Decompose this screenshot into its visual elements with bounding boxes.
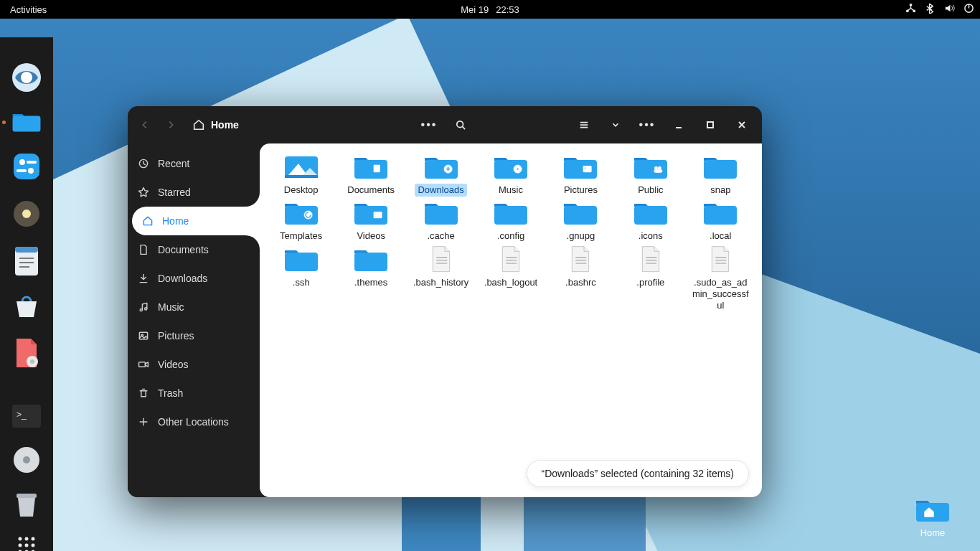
view-dropdown-button[interactable] <box>603 112 628 138</box>
folder-icon <box>423 154 460 181</box>
file-name-label: Videos <box>354 230 388 242</box>
close-button[interactable] <box>729 112 755 138</box>
titlebar[interactable]: Home ••• ••• <box>128 106 762 143</box>
sidebar-item-music[interactable]: Music <box>128 293 260 321</box>
file-name-label: .themes <box>352 276 390 289</box>
folder-config[interactable]: .config <box>478 199 543 242</box>
volume-icon <box>944 3 955 16</box>
dock-terminal[interactable]: >_ <box>9 403 44 429</box>
sidebar-item-label: Documents <box>158 244 209 255</box>
file-name-label: .profile <box>633 276 667 289</box>
file-name-label: .ssh <box>290 276 313 289</box>
folder-icon <box>352 246 390 273</box>
file-bashrc[interactable]: .bashrc <box>548 246 613 313</box>
sidebar-item-videos[interactable]: Videos <box>128 350 260 379</box>
dock-disks[interactable] <box>9 445 44 475</box>
folder-themes[interactable]: .themes <box>338 246 403 313</box>
desktop-home-folder[interactable]: Home <box>911 496 954 538</box>
back-button[interactable] <box>135 115 155 135</box>
sidebar-item-documents[interactable]: Documents <box>128 235 260 264</box>
file-icon <box>492 246 529 273</box>
folder-videos[interactable]: Videos <box>338 199 403 242</box>
sidebar-item-pictures[interactable]: Pictures <box>128 321 260 350</box>
folder-cache[interactable]: .cache <box>408 199 473 242</box>
svg-point-37 <box>19 544 22 547</box>
dock-files[interactable] <box>9 109 44 135</box>
sidebar-item-label: Videos <box>158 359 189 370</box>
maximize-button[interactable] <box>697 112 723 138</box>
breadcrumb-home: Home <box>211 119 239 131</box>
svg-point-32 <box>23 456 30 463</box>
file-name-label: .cache <box>424 230 457 242</box>
path-menu-button[interactable]: ••• <box>416 112 442 138</box>
file-bash-history[interactable]: .bash_history <box>408 246 473 313</box>
forward-button[interactable] <box>161 115 181 135</box>
file-name-label: Downloads <box>415 184 466 197</box>
folder-snap[interactable]: snap <box>688 154 753 197</box>
sidebar: RecentStarredHomeDocumentsDownloadsMusic… <box>128 143 260 497</box>
clock[interactable]: Mei 19 22:53 <box>461 4 519 15</box>
content-area[interactable]: DesktopDocumentsDownloadsMusicPicturesPu… <box>260 143 762 497</box>
sidebar-item-label: Trash <box>158 387 183 399</box>
dock-document[interactable] <box>9 337 44 369</box>
svg-point-54 <box>145 308 147 310</box>
folder-local[interactable]: .local <box>688 199 753 242</box>
svg-point-53 <box>140 309 142 311</box>
hamburger-menu-button[interactable]: ••• <box>634 112 660 138</box>
folder-icon <box>492 199 529 227</box>
folder-public[interactable]: Public <box>618 154 683 197</box>
sidebar-item-label: Other Locations <box>158 416 229 428</box>
dock-text-editor[interactable] <box>9 245 44 277</box>
folder-icon <box>632 154 669 181</box>
svg-rect-62 <box>583 166 591 171</box>
folder-icon <box>702 199 739 227</box>
dock-thunderbird[interactable] <box>9 62 44 93</box>
sidebar-item-label: Home <box>162 215 189 227</box>
dock-software[interactable] <box>9 293 44 321</box>
folder-gnupg[interactable]: .gnupg <box>548 199 613 242</box>
activities-button[interactable]: Activities <box>0 4 57 15</box>
desktop: Home >_ Home ••• <box>0 19 980 551</box>
sidebar-item-trash[interactable]: Trash <box>128 379 260 408</box>
svg-rect-15 <box>14 154 39 179</box>
running-dot <box>2 121 6 124</box>
sidebar-item-home[interactable]: Home <box>132 207 260 235</box>
file-name-label: .bashrc <box>562 276 599 289</box>
folder-documents[interactable]: Documents <box>338 154 403 197</box>
folder-ssh[interactable]: .ssh <box>268 246 334 313</box>
minimize-button[interactable] <box>666 112 692 138</box>
sidebar-item-recent[interactable]: Recent <box>128 149 260 178</box>
pathbar[interactable]: Home <box>192 118 239 131</box>
folder-icon <box>283 246 320 273</box>
search-button[interactable] <box>448 112 473 138</box>
svg-point-18 <box>28 168 34 174</box>
status-bar: “Downloads” selected (containing 32 item… <box>527 460 749 487</box>
folder-icon <box>283 199 320 227</box>
folder-icons[interactable]: .icons <box>618 199 683 242</box>
dock-appearance[interactable] <box>9 198 44 230</box>
folder-icon <box>283 154 320 181</box>
folder-templates[interactable]: Templates <box>268 199 334 242</box>
file-name-label: .icons <box>636 230 666 242</box>
folder-pictures[interactable]: Pictures <box>548 154 613 197</box>
svg-point-34 <box>19 537 22 541</box>
dock: >_ <box>0 37 53 551</box>
folder-music[interactable]: Music <box>478 154 543 197</box>
dock-settings[interactable] <box>9 151 44 182</box>
view-list-button[interactable] <box>571 112 597 138</box>
sidebar-item-downloads[interactable]: Downloads <box>128 264 260 293</box>
svg-point-35 <box>25 537 29 541</box>
file-sudo-as-admin-successful[interactable]: .sudo_as_admin_successful <box>688 246 753 313</box>
file-profile[interactable]: .profile <box>618 246 683 313</box>
folder-desktop[interactable]: Desktop <box>268 154 334 197</box>
folder-downloads[interactable]: Downloads <box>408 154 473 197</box>
system-tray[interactable] <box>905 3 974 16</box>
dock-trash[interactable] <box>9 491 44 519</box>
dock-show-apps[interactable] <box>9 535 44 551</box>
sidebar-item-starred[interactable]: Starred <box>128 178 260 207</box>
file-bash-logout[interactable]: .bash_logout <box>478 246 543 313</box>
sidebar-item-other-locations[interactable]: Other Locations <box>128 408 260 436</box>
svg-point-64 <box>654 166 657 169</box>
sidebar-item-label: Recent <box>158 158 189 169</box>
desktop-home-label: Home <box>911 527 954 538</box>
